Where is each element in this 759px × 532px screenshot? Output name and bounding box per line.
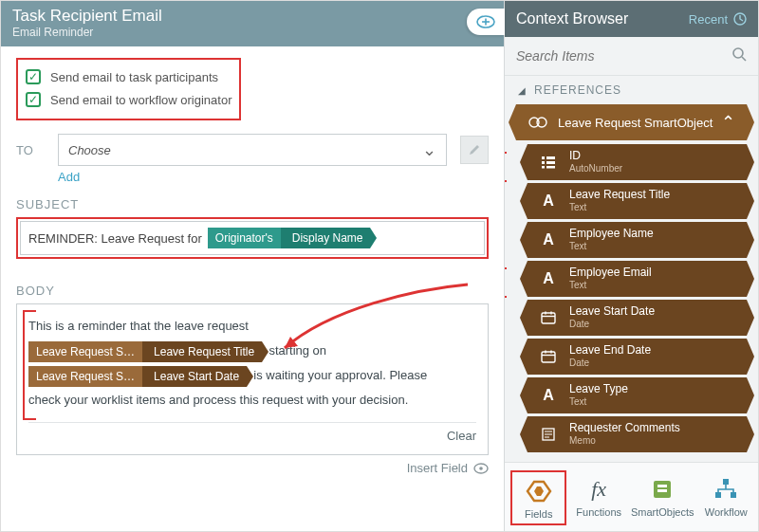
to-label: TO	[16, 143, 45, 157]
checkbox-checked-icon: ✓	[26, 92, 41, 107]
references-header[interactable]: ◢ REFERENCES	[505, 76, 758, 104]
svg-rect-29	[657, 485, 667, 487]
field-type-icon	[537, 425, 560, 444]
recent-link[interactable]: Recent	[689, 12, 747, 27]
email-config-panel: Task Recipient Email Email Reminder ✓ Se…	[1, 1, 504, 531]
field-subtype: Text	[569, 240, 654, 253]
reference-field[interactable]: IDAutoNumber	[528, 144, 747, 180]
token-field: Leave Start Date	[142, 366, 247, 387]
body-line1: This is a reminder that the leave reques…	[28, 319, 249, 333]
svg-rect-31	[723, 479, 729, 485]
highlight-marker	[23, 310, 26, 420]
search-icon[interactable]	[731, 46, 747, 65]
field-title: Leave Start Date	[569, 304, 655, 318]
field-type-icon: A	[537, 386, 560, 405]
svg-rect-14	[542, 166, 545, 169]
body-input[interactable]: This is a reminder that the leave reques…	[16, 303, 489, 455]
body-line3: check your worklist items and process th…	[28, 393, 408, 407]
search-row	[505, 37, 758, 76]
reference-group[interactable]: Leave Request SmartObject ⌃	[516, 104, 747, 140]
field-text: Leave End DateDate	[569, 343, 651, 370]
field-title: Leave Request Title	[569, 188, 670, 201]
svg-rect-11	[546, 156, 555, 159]
subject-token[interactable]: Originator's Display Name	[208, 228, 371, 248]
insert-field-row[interactable]: Insert Field	[16, 461, 489, 475]
svg-point-6	[733, 48, 743, 58]
body-footer: Clear	[28, 422, 476, 443]
field-subtype: Date	[569, 318, 655, 331]
tab-label: SmartObjects	[631, 506, 694, 518]
references-label: REFERENCES	[534, 83, 621, 97]
check-originator-row[interactable]: ✓ Send email to workflow originator	[26, 88, 231, 111]
search-input[interactable]	[516, 48, 724, 64]
tab-label: Fields	[525, 508, 552, 520]
tab-functions[interactable]: fx Functions	[572, 470, 624, 525]
subject-label: SUBJECT	[16, 197, 489, 211]
svg-rect-30	[657, 489, 667, 492]
field-subtype: Date	[569, 357, 651, 370]
field-text: Requester CommentsMemo	[569, 421, 680, 448]
insert-field-icon	[473, 463, 489, 474]
panel-header: Task Recipient Email Email Reminder	[1, 1, 504, 46]
subject-input[interactable]: REMINDER: Leave Request for Originator's…	[20, 221, 485, 255]
to-edit-button[interactable]	[460, 136, 489, 164]
field-text: IDAutoNumber	[569, 149, 622, 175]
reference-field[interactable]: Leave Start DateDate	[528, 300, 747, 336]
context-title: Context Browser	[516, 10, 628, 28]
to-row: TO Choose ⌄	[16, 134, 489, 166]
toggle-icon	[476, 15, 495, 28]
recent-label: Recent	[689, 12, 728, 27]
token-field: Leave Request Title	[142, 341, 262, 362]
check-participants-label: Send email to task participants	[50, 70, 218, 84]
check-participants-row[interactable]: ✓ Send email to task participants	[26, 65, 231, 88]
to-select[interactable]: Choose ⌄	[58, 134, 447, 166]
tab-label: Workflow	[705, 506, 748, 518]
field-title: Requester Comments	[569, 421, 680, 434]
context-browser-panel: Context Browser Recent ◢ REFERENCES Le	[504, 1, 758, 531]
body-token-1[interactable]: Leave Request S… Leave Request Title	[28, 341, 262, 362]
checkbox-checked-icon: ✓	[26, 69, 41, 84]
field-subtype: Text	[569, 395, 628, 409]
to-add-link[interactable]: Add	[58, 170, 80, 184]
body-mid2: is waiting your approval. Please	[253, 368, 427, 382]
clock-icon	[733, 12, 747, 26]
reference-field[interactable]: Leave End DateDate	[528, 339, 747, 375]
tab-label: Functions	[576, 506, 621, 518]
reference-field[interactable]: Requester CommentsMemo	[528, 416, 747, 452]
panel-title: Task Recipient Email	[12, 7, 492, 26]
workflow-icon	[700, 474, 752, 504]
check-originator-label: Send email to workflow originator	[50, 93, 231, 107]
token-source: Leave Request S…	[28, 341, 142, 362]
highlight-marker	[505, 152, 507, 182]
svg-point-4	[479, 467, 483, 470]
pencil-icon	[468, 143, 481, 156]
svg-line-7	[742, 57, 746, 61]
subject-prefix: REMINDER: Leave Request for	[28, 231, 202, 246]
field-text: Employee NameText	[569, 227, 654, 253]
svg-rect-16	[542, 313, 555, 323]
fields-icon	[512, 476, 565, 506]
tab-smartobjects[interactable]: SmartObjects	[631, 470, 694, 525]
body-token-2[interactable]: Leave Request S… Leave Start Date	[28, 366, 247, 387]
field-title: Employee Name	[569, 227, 654, 240]
svg-rect-15	[546, 166, 555, 169]
toggle-context-button[interactable]	[467, 9, 505, 35]
reference-field[interactable]: AEmployee NameText	[528, 222, 747, 258]
reference-field[interactable]: ALeave Request TitleText	[528, 183, 747, 219]
field-text: Leave Request TitleText	[569, 188, 670, 214]
chevron-down-icon: ⌄	[422, 139, 436, 160]
field-type-icon: A	[537, 192, 560, 211]
svg-rect-33	[731, 492, 736, 498]
field-text: Leave TypeText	[569, 382, 628, 409]
reference-group-title: Leave Request SmartObject	[558, 116, 713, 130]
svg-rect-10	[542, 156, 545, 159]
functions-icon: fx	[572, 474, 624, 504]
field-title: Employee Email	[569, 266, 652, 279]
tab-workflow[interactable]: Workflow	[700, 470, 752, 525]
reference-field[interactable]: AEmployee EmailText	[528, 261, 747, 297]
svg-rect-20	[542, 352, 555, 362]
tab-fields[interactable]: Fields	[510, 470, 566, 525]
clear-button[interactable]: Clear	[447, 429, 476, 443]
reference-field[interactable]: ALeave TypeText	[528, 377, 747, 413]
field-subtype: Memo	[569, 434, 680, 448]
